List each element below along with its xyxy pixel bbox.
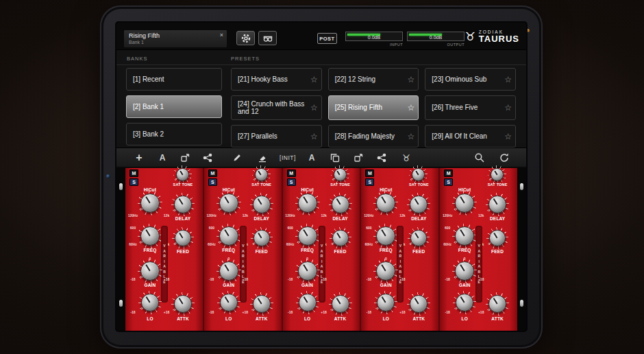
pencil-icon	[232, 152, 243, 163]
edit-preset-button[interactable]	[228, 150, 246, 165]
mute-button[interactable]: M	[444, 169, 453, 177]
export-preset-button[interactable]	[349, 150, 367, 165]
feed-knob[interactable]	[175, 230, 191, 246]
solo-button[interactable]: S	[129, 178, 138, 186]
mute-button[interactable]: M	[208, 169, 217, 177]
favorite-star-icon[interactable]: ☆	[504, 75, 512, 84]
preset-item[interactable]: [25] Rising Fifth☆	[328, 95, 419, 120]
attk-knob[interactable]	[253, 295, 271, 313]
hicut-min-label: 120Hz	[203, 213, 220, 217]
close-icon[interactable]: ×	[220, 32, 223, 38]
delay-label: DELAY	[401, 216, 436, 221]
hicut-knob[interactable]	[140, 193, 160, 213]
feed-knob[interactable]	[253, 230, 270, 246]
solo-button[interactable]: S	[444, 178, 453, 186]
delay-knob[interactable]	[174, 196, 192, 213]
mute-button[interactable]: M	[365, 169, 374, 177]
output-meter-box: 0.0dB	[407, 32, 465, 41]
gain-min-label: -18	[360, 277, 377, 281]
freq-knob[interactable]	[298, 226, 317, 246]
delay-knob[interactable]	[253, 196, 271, 213]
favorite-star-icon[interactable]: ☆	[408, 75, 415, 84]
lo-knob[interactable]	[141, 294, 159, 311]
gain-knob[interactable]	[219, 261, 238, 281]
gain-knob[interactable]	[298, 261, 317, 281]
mute-button[interactable]: M	[287, 169, 296, 177]
favorite-star-icon[interactable]: ☆	[310, 75, 318, 84]
lo-knob[interactable]	[456, 294, 473, 311]
delay-label: DELAY	[244, 216, 280, 221]
delete-preset-button[interactable]	[253, 150, 271, 165]
add-bank-button[interactable]: +	[130, 150, 148, 165]
settings-button[interactable]	[236, 31, 255, 45]
gain-label: GAIN	[290, 283, 325, 287]
bank-item[interactable]: [3] Bank 2	[126, 123, 222, 145]
hicut-min-label: 120Hz	[282, 213, 299, 217]
gain-label: GAIN	[368, 283, 404, 287]
left-panel-rail	[116, 168, 125, 331]
freq-knob[interactable]	[455, 226, 474, 246]
sat-tone-knob[interactable]	[255, 168, 268, 181]
feed-knob[interactable]	[489, 230, 506, 246]
favorite-star-icon[interactable]: ☆	[408, 103, 415, 113]
lo-knob[interactable]	[220, 294, 238, 311]
gain-label: GAIN	[447, 283, 482, 287]
solo-button[interactable]: S	[287, 178, 296, 186]
freq-knob[interactable]	[140, 226, 160, 246]
delay-knob[interactable]	[488, 196, 506, 213]
refresh-button[interactable]	[495, 150, 513, 165]
sat-tone-knob[interactable]	[334, 168, 347, 181]
hicut-knob[interactable]	[455, 193, 474, 213]
init-preset-button[interactable]: [INIT]	[273, 150, 303, 165]
favorite-star-icon[interactable]: ☆	[310, 103, 318, 113]
favorite-star-icon[interactable]: ☆	[504, 103, 512, 113]
favorite-star-icon[interactable]: ☆	[504, 132, 512, 141]
gain-knob[interactable]	[140, 261, 160, 281]
lo-knob[interactable]	[299, 294, 317, 311]
preset-browser-button[interactable]	[258, 31, 277, 45]
share-bank-button[interactable]	[199, 150, 216, 165]
mute-button[interactable]: M	[129, 169, 138, 177]
solo-button[interactable]: S	[208, 178, 217, 186]
feed-label: FEED	[165, 249, 201, 254]
solo-button[interactable]: S	[365, 178, 374, 186]
attk-knob[interactable]	[488, 295, 506, 313]
preset-item[interactable]: [29] All Of It Clean☆	[425, 125, 516, 148]
preset-item[interactable]: [23] Ominous Sub☆	[425, 68, 516, 91]
hicut-knob[interactable]	[219, 193, 238, 213]
freq-knob[interactable]	[219, 226, 238, 246]
gain-knob[interactable]	[455, 261, 474, 281]
post-button[interactable]: POST	[317, 33, 337, 44]
hicut-min-label: 120Hz	[439, 213, 456, 217]
delay-knob[interactable]	[332, 196, 349, 213]
share-preset-button[interactable]	[373, 150, 391, 165]
preset-item[interactable]: [28] Fading Majesty☆	[328, 125, 419, 148]
feed-knob[interactable]	[332, 230, 349, 246]
factory-preset-button[interactable]: ♉	[397, 150, 415, 165]
bank-item[interactable]: [2] Bank 1	[126, 95, 222, 118]
search-button[interactable]	[471, 150, 488, 165]
export-bank-button[interactable]	[176, 150, 194, 165]
rename-bank-button[interactable]: A	[153, 150, 171, 165]
favorite-star-icon[interactable]: ☆	[310, 132, 318, 141]
preset-item[interactable]: [21] Hooky Bass☆	[231, 68, 322, 91]
preset-item[interactable]: [26] Three Five☆	[425, 95, 516, 120]
rename-preset-button[interactable]: A	[303, 150, 321, 165]
current-preset-display[interactable]: Rising Fifth Bank 1 ×	[123, 30, 227, 48]
hicut-min-label: 120Hz	[125, 213, 141, 217]
preset-browser-panel: BANKS PRESETS [1] Recent[2] Bank 1[3] Ba…	[116, 49, 526, 148]
attk-knob[interactable]	[174, 295, 192, 313]
attk-knob[interactable]	[332, 295, 349, 313]
copy-preset-button[interactable]	[326, 150, 344, 165]
favorite-star-icon[interactable]: ☆	[408, 132, 415, 141]
freq-min-label: 60Hz	[282, 242, 299, 246]
preset-item[interactable]: [22] 12 String☆	[328, 68, 419, 91]
preset-item[interactable]: [24] Crunch with Bass and 12☆	[231, 95, 322, 120]
lo-min-label: -18	[439, 310, 456, 314]
channels: M S SAT TONE HICut 120Hz 12k DELAY 600 6…	[125, 168, 517, 331]
preset-item[interactable]: [27] Parallels☆	[231, 125, 322, 148]
hicut-knob[interactable]	[298, 193, 317, 213]
bank-item[interactable]: [1] Recent	[126, 68, 222, 91]
sat-tone-knob[interactable]	[176, 168, 189, 181]
mute-solo-group: M S	[287, 169, 296, 186]
